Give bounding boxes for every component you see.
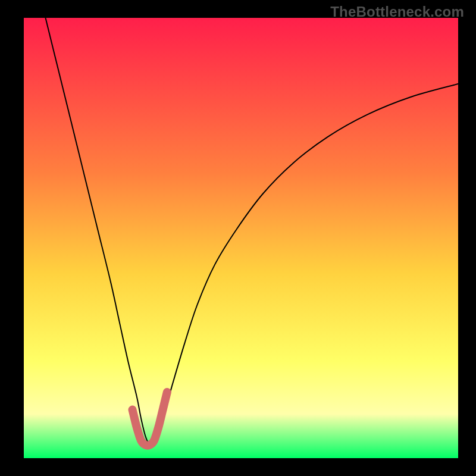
plot-area [24, 18, 458, 458]
gradient-background [24, 18, 458, 458]
watermark-text: TheBottleneck.com [330, 4, 464, 20]
plot-svg [24, 18, 458, 458]
chart-frame: TheBottleneck.com [0, 0, 476, 476]
